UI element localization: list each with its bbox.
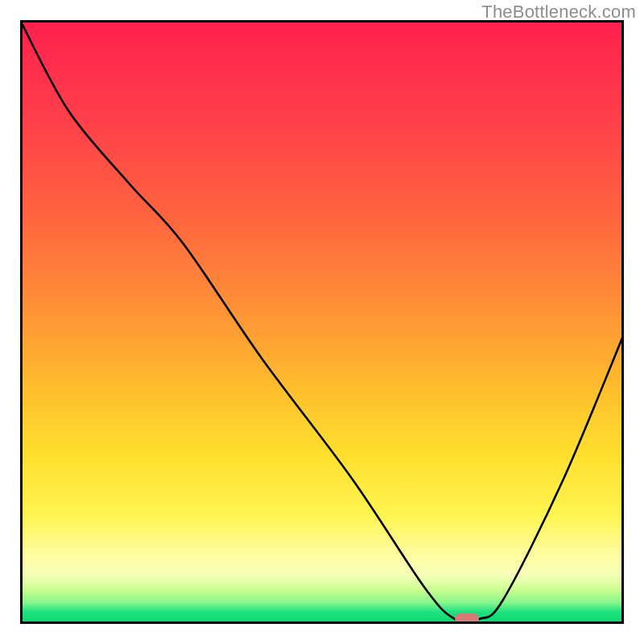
bottleneck-curve <box>20 20 624 622</box>
watermark-text: TheBottleneck.com <box>481 2 636 23</box>
plot-area <box>20 20 624 624</box>
chart-container: TheBottleneck.com <box>0 0 644 644</box>
curve-layer <box>20 20 624 624</box>
optimal-marker <box>455 613 479 624</box>
